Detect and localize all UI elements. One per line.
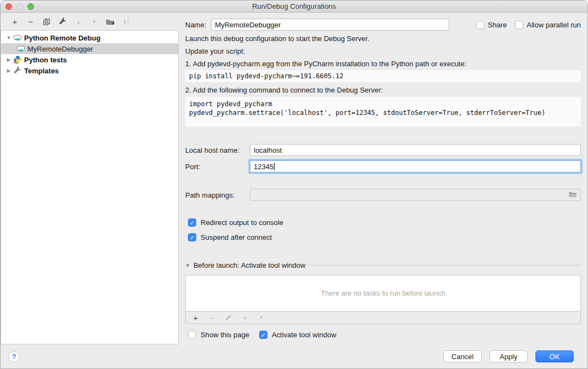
window-title: Run/Debug Configurations (252, 2, 336, 10)
tree-item-python-tests[interactable]: ▶ Python tests (1, 54, 178, 65)
tree-item-label: Python tests (24, 56, 67, 64)
pip-install-code: pip install pydevd-pycharm~=191.6605.12 (185, 70, 581, 82)
settrace-code-line-1: import pydevd_pycharm (189, 100, 577, 108)
configuration-tree: ▼ Python Remote Debug MyRemoteDebugger ▶… (1, 30, 179, 344)
suspend-after-connect-label: Suspend after connect (201, 233, 272, 241)
expand-arrow-icon[interactable]: ▶ (5, 68, 12, 73)
name-label: Name: (185, 21, 206, 29)
path-mappings-row: Path mappings: (185, 189, 581, 201)
run-debug-configurations-dialog: Run/Debug Configurations + − ▲ ▼ az ▼ (0, 0, 588, 369)
remove-task-icon: − (208, 313, 216, 322)
local-host-input[interactable]: localhost (250, 144, 581, 156)
tree-item-python-remote-debug[interactable]: ▼ Python Remote Debug (1, 32, 178, 43)
instruction-step-1: 1. Add pydevd-pycharm.egg from the PyCha… (185, 60, 581, 68)
instruction-step-2: 2. Add the following command to connect … (185, 86, 581, 95)
show-this-page-label: Show this page (201, 331, 249, 339)
add-configuration-icon[interactable]: + (10, 18, 19, 26)
before-launch-toolbar: + − ▲ ▼ (185, 312, 581, 324)
show-this-page-checkbox[interactable] (188, 331, 196, 339)
footer-buttons: Cancel Apply OK (443, 350, 574, 362)
name-input[interactable]: MyRemoteDebugger (211, 19, 449, 31)
local-host-value: localhost (254, 146, 282, 154)
collapse-arrow-icon[interactable]: ▼ (5, 35, 12, 41)
tree-item-templates[interactable]: ▶ Templates (1, 65, 178, 76)
allow-parallel-run-label: Allow parallel run (527, 21, 581, 29)
help-button[interactable]: ? (8, 351, 20, 362)
svg-text:z: z (127, 21, 128, 25)
before-launch-title: Before launch: Activate tool window (193, 261, 306, 269)
remote-debug-icon (13, 33, 22, 42)
before-launch-header[interactable]: ▼ Before launch: Activate tool window (185, 261, 581, 269)
configurations-sidebar: + − ▲ ▼ az ▼ Python Remote D (1, 13, 179, 344)
tree-item-myremotedebugger[interactable]: MyRemoteDebugger (1, 43, 178, 54)
tree-item-label: Templates (24, 67, 59, 75)
configuration-form: Name: MyRemoteDebugger Share Allow paral… (185, 13, 581, 339)
local-host-row: Local host name: localhost (185, 144, 581, 156)
close-window-button[interactable] (5, 3, 12, 10)
share-checkbox[interactable] (476, 21, 484, 29)
browse-folder-icon[interactable] (568, 191, 577, 200)
dialog-footer: ? Cancel Apply OK (1, 343, 587, 368)
settrace-code-line-2: pydevd_pycharm.settrace('localhost', por… (189, 108, 577, 117)
settrace-code-block: import pydevd_pycharm pydevd_pycharm.set… (185, 97, 581, 126)
redirect-output-label: Redirect output to console (201, 218, 283, 227)
suspend-after-connect-checkbox[interactable] (188, 233, 196, 241)
titlebar: Run/Debug Configurations (1, 1, 587, 13)
minimize-window-button (16, 3, 23, 10)
share-checkbox-group[interactable]: Share (476, 21, 507, 29)
apply-button[interactable]: Apply (489, 350, 528, 362)
name-value: MyRemoteDebugger (215, 21, 281, 29)
local-host-label: Local host name: (185, 146, 250, 154)
cancel-button[interactable]: Cancel (443, 350, 482, 362)
sidebar-toolbar: + − ▲ ▼ az (1, 13, 179, 30)
name-row: Name: MyRemoteDebugger Share Allow paral… (185, 19, 581, 31)
window-controls (5, 3, 34, 10)
redirect-output-checkbox[interactable] (188, 218, 196, 227)
instruction-line-2: Update your script: (185, 47, 581, 56)
move-task-down-icon: ▼ (257, 313, 266, 322)
ok-button[interactable]: OK (535, 350, 574, 362)
remote-debug-icon (16, 44, 25, 53)
sort-alphabetically-icon: az (122, 18, 130, 26)
port-row: Port: 12345 (185, 160, 581, 172)
expand-arrow-icon[interactable]: ▶ (5, 57, 12, 62)
move-up-icon: ▲ (74, 18, 83, 26)
collapse-arrow-icon[interactable]: ▼ (185, 263, 190, 268)
zoom-window-button[interactable] (27, 3, 34, 10)
redirect-output-row[interactable]: Redirect output to console (185, 218, 581, 227)
move-down-icon: ▼ (90, 18, 99, 26)
text-caret (274, 163, 275, 170)
path-mappings-input[interactable] (250, 189, 581, 201)
allow-parallel-run-checkbox-group[interactable]: Allow parallel run (515, 21, 581, 29)
tree-item-label: MyRemoteDebugger (27, 45, 93, 53)
python-tests-icon (13, 55, 22, 64)
allow-parallel-run-checkbox[interactable] (515, 21, 523, 29)
edit-templates-wrench-icon[interactable] (58, 18, 67, 26)
remove-configuration-icon[interactable]: − (26, 18, 35, 26)
copy-configuration-icon[interactable] (42, 18, 51, 26)
instruction-line-1: Launch this debug configuration to start… (185, 34, 581, 43)
suspend-after-connect-row[interactable]: Suspend after connect (185, 233, 581, 241)
share-label: Share (488, 21, 507, 29)
help-icon: ? (12, 353, 16, 361)
port-input[interactable]: 12345 (250, 160, 581, 172)
move-task-up-icon: ▲ (241, 313, 249, 322)
edit-task-icon (224, 313, 233, 322)
activate-tool-window-checkbox[interactable] (259, 331, 267, 339)
new-folder-icon[interactable] (106, 18, 115, 26)
port-value: 12345 (254, 163, 273, 171)
activate-tool-window-label: Activate tool window (272, 331, 336, 339)
add-task-icon[interactable]: + (191, 313, 200, 322)
empty-tasks-message: There are no tasks to run before launch (321, 289, 446, 297)
tree-item-label: Python Remote Debug (24, 34, 100, 42)
section-divider (310, 265, 581, 266)
before-launch-task-list[interactable]: There are no tasks to run before launch (185, 275, 581, 312)
wrench-icon (13, 66, 22, 75)
path-mappings-label: Path mappings: (185, 191, 250, 199)
page-options-row: Show this page Activate tool window (185, 331, 581, 339)
port-label: Port: (185, 163, 250, 171)
